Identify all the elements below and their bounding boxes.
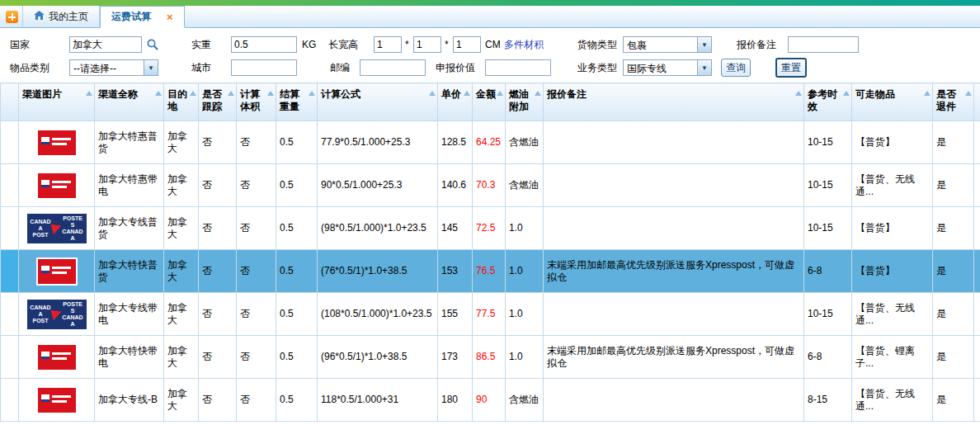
dims-separator: * xyxy=(405,36,409,53)
sort-icon[interactable] xyxy=(86,91,92,96)
logo-line xyxy=(52,352,71,355)
tab-home[interactable]: 我的主页 xyxy=(22,6,100,27)
sort-icon[interactable] xyxy=(309,91,315,96)
logo-line xyxy=(52,357,67,360)
cell-time: 10-15 xyxy=(804,164,852,207)
home-icon xyxy=(34,11,45,23)
item-category-select[interactable]: --请选择-- ▼ xyxy=(69,59,158,76)
tab-close-icon[interactable]: × xyxy=(167,12,173,22)
cell-fuel: 1.0 xyxy=(506,336,544,379)
cell-formula: 118*0.5/1.000+31 xyxy=(318,379,438,422)
col-header-time[interactable]: 参考时效 xyxy=(804,83,852,121)
cell-amount: 70.3 xyxy=(473,164,506,207)
col-header-label: 金额 xyxy=(476,88,496,100)
col-header-formula[interactable]: 计算公式 xyxy=(318,83,438,121)
sort-icon[interactable] xyxy=(267,91,274,96)
cell-name: 加拿大专线-B xyxy=(95,379,164,422)
row-marker xyxy=(1,293,19,336)
col-header-name[interactable]: 渠道全称 xyxy=(95,83,164,121)
cell-formula: (98*0.5/1.000)*1.0+23.5 xyxy=(318,207,438,250)
dim-height-input[interactable] xyxy=(453,36,481,53)
clipped-cell xyxy=(974,293,980,336)
table-row[interactable]: 加拿大特惠带电加拿大否否0.590*0.5/1.000+25.3140.670.… xyxy=(1,164,980,207)
multi-volume-link[interactable]: 多件材积 xyxy=(504,36,544,53)
business-type-select[interactable]: 国际专线 ▼ xyxy=(623,59,712,76)
col-header-goods[interactable]: 可走物品 xyxy=(852,83,933,121)
cell-fuel: 1.0 xyxy=(506,250,544,293)
item-category-label: 物品类别 xyxy=(10,59,49,76)
col-header-amount[interactable]: 金额 xyxy=(473,83,506,121)
weight-label: 实重 xyxy=(191,36,211,53)
cell-logo xyxy=(19,336,95,379)
quote-remark-input[interactable] xyxy=(788,36,859,53)
canada-post-logo: CANADAPOSTPOSTESCANADA xyxy=(27,300,87,329)
table-row[interactable]: 加拿大特惠普货加拿大否否0.577.9*0.5/1.000+25.3128.56… xyxy=(1,121,980,164)
cell-price: 153 xyxy=(438,250,473,293)
sort-icon[interactable] xyxy=(190,91,196,96)
declared-value-label: 申报价值 xyxy=(436,59,475,76)
col-header-remark[interactable]: 报价备注 xyxy=(544,83,804,121)
col-header-returnable[interactable]: 是否退件 xyxy=(933,83,974,121)
cell-returnable: 是 xyxy=(933,164,974,207)
country-input[interactable] xyxy=(69,36,142,53)
clipped-cell xyxy=(974,379,980,422)
table-row[interactable]: CANADAPOSTPOSTESCANADA加拿大专线带电加拿大否否0.5(10… xyxy=(1,293,980,336)
col-header-label: 渠道图片 xyxy=(22,88,62,100)
col-header-label: 目的地 xyxy=(167,88,187,112)
city-input[interactable] xyxy=(231,59,297,76)
cell-weight: 0.5 xyxy=(276,379,318,422)
table-row[interactable]: 加拿大特快普货加拿大否否0.5(76*0.5/1)*1.0+38.515376.… xyxy=(1,250,980,293)
table-row[interactable]: 加拿大特快带电加拿大否否0.5(96*0.5/1)*1.0+38.517386.… xyxy=(1,336,980,379)
sort-icon[interactable] xyxy=(228,91,234,96)
sort-icon[interactable] xyxy=(795,91,802,96)
cell-volume: 否 xyxy=(237,121,276,164)
channel-logo xyxy=(36,386,78,414)
col-header-track[interactable]: 是否跟踪 xyxy=(199,83,237,121)
postcode-input[interactable] xyxy=(360,59,426,76)
app-menu-icon[interactable] xyxy=(6,11,18,23)
cell-weight: 0.5 xyxy=(276,336,318,379)
row-marker xyxy=(1,207,19,250)
logo-line xyxy=(52,138,71,140)
results-grid: 渠道图片渠道全称目的地是否跟踪计算体积结算重量计算公式单价金额燃油附加报价备注参… xyxy=(0,83,980,422)
tab-freight-calc[interactable]: 运费试算 × xyxy=(100,6,185,28)
sort-icon[interactable] xyxy=(497,91,503,96)
dim-width-input[interactable] xyxy=(413,36,441,53)
cell-dest: 加拿大 xyxy=(164,121,199,164)
row-marker xyxy=(1,336,19,379)
cell-fuel: 1.0 xyxy=(506,207,544,250)
table-row[interactable]: 加拿大专线-B加拿大否否0.5118*0.5/1.000+3118090含燃油8… xyxy=(1,379,980,422)
declared-value-input[interactable] xyxy=(485,59,551,76)
col-header-dest[interactable]: 目的地 xyxy=(164,83,199,121)
col-header-fuel[interactable]: 燃油附加 xyxy=(506,83,544,121)
query-button[interactable]: 查询 xyxy=(721,59,751,77)
sort-icon[interactable] xyxy=(155,91,162,96)
col-header-price[interactable]: 单价 xyxy=(438,83,473,121)
sort-icon[interactable] xyxy=(464,91,470,96)
channel-logo xyxy=(36,172,78,200)
sort-icon[interactable] xyxy=(924,91,931,96)
cell-time: 6-8 xyxy=(804,250,852,293)
cell-dest: 加拿大 xyxy=(164,164,199,207)
table-row[interactable]: CANADAPOSTPOSTESCANADA加拿大专线普货加拿大否否0.5(98… xyxy=(1,207,980,250)
cell-track: 否 xyxy=(199,121,237,164)
cell-volume: 否 xyxy=(237,379,276,422)
col-header-label: 结算重量 xyxy=(280,88,299,112)
sort-icon[interactable] xyxy=(965,91,972,96)
cell-name: 加拿大专线普货 xyxy=(95,207,164,250)
cell-price: 145 xyxy=(438,207,473,250)
sort-icon[interactable] xyxy=(429,91,436,96)
col-header-volume[interactable]: 计算体积 xyxy=(237,83,276,121)
cell-amount: 90 xyxy=(473,379,506,422)
weight-input[interactable] xyxy=(231,36,297,53)
logo-emblem xyxy=(41,137,49,144)
cargo-type-select[interactable]: 包裹 ▼ xyxy=(623,36,712,53)
country-search-icon[interactable] xyxy=(146,38,159,51)
col-header-logo[interactable]: 渠道图片 xyxy=(19,83,95,121)
reset-button[interactable]: 重置 xyxy=(775,58,807,78)
sort-icon[interactable] xyxy=(535,91,541,96)
cell-volume: 否 xyxy=(237,250,276,293)
dim-length-input[interactable] xyxy=(374,36,402,53)
col-header-weight[interactable]: 结算重量 xyxy=(276,83,318,121)
sort-icon[interactable] xyxy=(843,91,850,96)
